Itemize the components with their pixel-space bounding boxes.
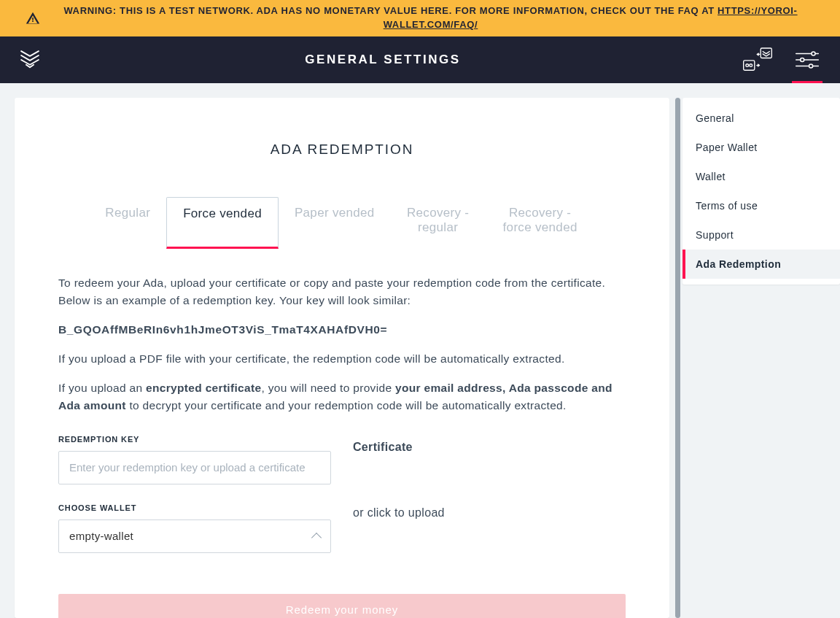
tab-regular[interactable]: Regular xyxy=(89,197,166,249)
card-title: ADA REDEMPTION xyxy=(58,142,626,158)
tab-recovery-regular[interactable]: Recovery - regular xyxy=(391,197,486,249)
certificate-upload-hint: or click to upload xyxy=(353,506,626,519)
sidebar-item-paper-wallet[interactable]: Paper Wallet xyxy=(682,133,840,162)
redemption-key-label: REDEMPTION KEY xyxy=(58,435,331,444)
certificate-label: Certificate xyxy=(353,441,626,454)
wallet-select-value: empty-wallet xyxy=(69,530,133,542)
sidebar-item-terms[interactable]: Terms of use xyxy=(682,191,840,220)
p3b: encrypted certificate xyxy=(146,382,261,394)
choose-wallet-label: CHOOSE WALLET xyxy=(58,503,331,512)
sidebar-item-wallet[interactable]: Wallet xyxy=(682,162,840,191)
svg-point-3 xyxy=(750,64,752,67)
chevron-up-icon xyxy=(311,533,322,543)
tab-recovery-force-vended[interactable]: Recovery - force vended xyxy=(486,197,595,249)
settings-card: ADA REDEMPTION Regular Force vended Pape… xyxy=(15,98,669,618)
redemption-tabs: Regular Force vended Paper vended Recove… xyxy=(58,197,626,250)
settings-icon[interactable] xyxy=(792,45,822,75)
svg-point-8 xyxy=(801,58,804,61)
redeem-button[interactable]: Redeem your money xyxy=(58,594,626,618)
redemption-key-input[interactable] xyxy=(58,451,331,484)
p3a: If you upload an xyxy=(58,382,146,394)
instructions: To redeem your Ada, upload your certific… xyxy=(58,274,626,414)
page-title: GENERAL SETTINGS xyxy=(305,53,460,67)
tab-force-vended[interactable]: Force vended xyxy=(166,197,279,249)
settings-sidebar: General Paper Wallet Wallet Terms of use… xyxy=(682,83,840,618)
instructions-p1: To redeem your Ada, upload your certific… xyxy=(58,274,626,309)
p3e: to decrypt your certificate and your red… xyxy=(126,399,567,412)
p3c: , you will need to provide xyxy=(261,382,395,394)
svg-point-2 xyxy=(746,64,749,67)
wallet-select[interactable]: empty-wallet xyxy=(58,519,331,553)
svg-point-7 xyxy=(812,52,815,55)
scrollbar-thumb[interactable] xyxy=(675,98,680,618)
scrollbar[interactable] xyxy=(672,98,682,618)
tab-paper-vended[interactable]: Paper vended xyxy=(279,197,391,249)
sidebar-item-general[interactable]: General xyxy=(682,104,840,133)
certificate-drop-area[interactable]: Certificate or click to upload xyxy=(353,435,626,553)
app-logo[interactable] xyxy=(18,47,42,72)
transfer-icon[interactable] xyxy=(742,45,773,75)
warning-banner: WARNING: THIS IS A TEST NETWORK. ADA HAS… xyxy=(0,0,840,36)
instructions-p2: If you upload a PDF file with your certi… xyxy=(58,350,626,368)
instructions-p3: If you upload an encrypted certificate, … xyxy=(58,379,626,414)
example-key: B_GQOAffMBeRIn6vh1hJmeOT3ViS_TmaT4XAHAfD… xyxy=(58,321,626,339)
app-header: GENERAL SETTINGS xyxy=(0,36,840,83)
sidebar-item-ada-redemption[interactable]: Ada Redemption xyxy=(682,250,840,279)
svg-point-9 xyxy=(809,64,813,68)
warning-text: WARNING: THIS IS A TEST NETWORK. ADA HAS… xyxy=(63,5,718,16)
warning-icon xyxy=(26,11,40,26)
sidebar-item-support[interactable]: Support xyxy=(682,220,840,250)
